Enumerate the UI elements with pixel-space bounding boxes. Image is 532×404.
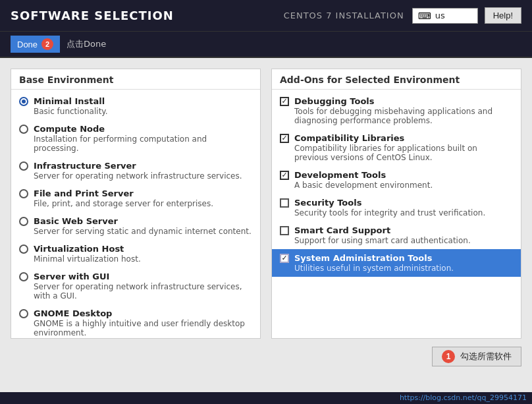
base-item[interactable]: Basic Web ServerServer for serving stati…: [11, 212, 260, 240]
base-item[interactable]: Server with GUIServer for operating netw…: [11, 268, 260, 304]
keyboard-icon: ⌨: [418, 11, 431, 21]
select-software-label: 勾选所需软件: [460, 351, 512, 362]
base-item-desc: Server for operating network infrastruct…: [34, 282, 252, 301]
base-item[interactable]: Virtualization HostMinimal virtualizatio…: [11, 240, 260, 268]
addon-item-name: System Administration Tools: [294, 253, 432, 263]
radio-button: [19, 97, 28, 106]
base-item[interactable]: Minimal InstallBasic functionality.: [11, 92, 260, 120]
keyboard-value: us: [435, 11, 445, 20]
addon-item-name: Security Tools: [294, 198, 361, 208]
base-item-desc: Server for operating network infrastruct…: [34, 171, 252, 181]
addon-item-name: Compatibility Libraries: [294, 133, 404, 143]
addon-item[interactable]: Development ToolsA basic development env…: [272, 166, 521, 194]
keyboard-input[interactable]: ⌨ us: [412, 8, 478, 24]
addon-item-desc: Compatibility libraries for applications…: [294, 144, 513, 162]
base-environment-panel: Base Environment Minimal InstallBasic fu…: [11, 69, 261, 339]
base-item-name: GNOME Desktop: [34, 308, 112, 318]
header-title: SOFTWARE SELECTION: [11, 9, 174, 22]
centos-label: CENTOS 7 INSTALLATION: [284, 11, 404, 20]
addon-item[interactable]: System Administration ToolsUtilities use…: [272, 249, 521, 277]
subheader: Done 2 点击Done: [0, 32, 532, 58]
base-item-name: Compute Node: [34, 124, 105, 134]
base-item-desc: GNOME is a highly intuitive and user fri…: [34, 319, 252, 337]
base-item-name: Basic Web Server: [34, 216, 118, 226]
base-item-name: Infrastructure Server: [34, 161, 136, 171]
addon-item[interactable]: Debugging ToolsTools for debugging misbe…: [272, 92, 521, 129]
addon-checkbox: [280, 171, 289, 180]
addons-list[interactable]: Debugging ToolsTools for debugging misbe…: [272, 90, 521, 338]
base-item-desc: Server for serving static and dynamic in…: [34, 227, 252, 236]
help-button[interactable]: Help!: [485, 7, 521, 24]
footer: https://blog.csdn.net/qq_29954171: [0, 392, 532, 404]
done-button[interactable]: Done 2: [11, 36, 60, 53]
base-item-name: Minimal Install: [34, 96, 105, 106]
addon-item-desc: Tools for debugging misbehaving applicat…: [294, 107, 513, 125]
addon-item-desc: Support for using smart card authenticat…: [294, 236, 513, 245]
radio-button: [19, 309, 28, 318]
base-item-name: Server with GUI: [34, 272, 109, 281]
base-environment-list[interactable]: Minimal InstallBasic functionality.Compu…: [11, 90, 260, 338]
addon-checkbox: [280, 254, 289, 263]
footer-watermark: https://blog.csdn.net/qq_29954171: [400, 393, 527, 402]
done-badge: 2: [41, 38, 53, 50]
addon-item-desc: Security tools for integrity and trust v…: [294, 208, 513, 217]
base-item-desc: Installation for performing computation …: [34, 134, 252, 153]
base-item-desc: Minimal virtualization host.: [34, 254, 252, 264]
addon-checkbox: [280, 97, 289, 106]
addon-item[interactable]: Compatibility LibrariesCompatibility lib…: [272, 129, 521, 166]
header-right: CENTOS 7 INSTALLATION ⌨ us Help!: [284, 7, 521, 24]
bottom-row: 1 勾选所需软件: [11, 339, 521, 366]
addons-title: Add-Ons for Selected Environment: [272, 69, 521, 90]
base-item-desc: Basic functionality.: [34, 107, 252, 116]
radio-button: [19, 189, 28, 198]
addon-item[interactable]: Smart Card SupportSupport for using smar…: [272, 221, 521, 249]
base-item[interactable]: GNOME DesktopGNOME is a highly intuitive…: [11, 304, 260, 338]
addon-checkbox: [280, 198, 289, 208]
addon-item-desc: Utilities useful in system administratio…: [294, 264, 513, 273]
base-environment-title: Base Environment: [11, 69, 260, 90]
addon-checkbox: [280, 226, 289, 235]
select-badge: 1: [442, 350, 455, 363]
addon-checkbox: [280, 134, 289, 143]
base-item-desc: File, print, and storage server for ente…: [34, 199, 252, 208]
base-item[interactable]: Compute NodeInstallation for performing …: [11, 120, 260, 157]
addon-item-name: Debugging Tools: [294, 96, 375, 106]
base-item[interactable]: File and Print ServerFile, print, and st…: [11, 185, 260, 212]
addon-item[interactable]: Security ToolsSecurity tools for integri…: [272, 194, 521, 221]
main-wrapper: Base Environment Minimal InstallBasic fu…: [0, 58, 532, 392]
radio-button: [19, 272, 28, 281]
base-item-name: File and Print Server: [34, 188, 134, 198]
addons-panel: Add-Ons for Selected Environment Debuggi…: [271, 69, 521, 339]
addon-item-name: Development Tools: [294, 170, 386, 180]
radio-button: [19, 161, 28, 171]
radio-button: [19, 245, 28, 254]
base-item[interactable]: Infrastructure ServerServer for operatin…: [11, 157, 260, 185]
addon-item-desc: A basic development environment.: [294, 181, 513, 190]
header-controls: ⌨ us Help!: [412, 7, 521, 24]
select-software-button[interactable]: 1 勾选所需软件: [432, 347, 521, 366]
header: SOFTWARE SELECTION CENTOS 7 INSTALLATION…: [0, 0, 532, 32]
click-done-label: 点击Done: [66, 38, 106, 50]
panels-row: Base Environment Minimal InstallBasic fu…: [11, 69, 521, 339]
base-item-name: Virtualization Host: [34, 244, 124, 254]
radio-button: [19, 217, 28, 226]
addon-item-name: Smart Card Support: [294, 225, 390, 235]
radio-button: [19, 125, 28, 134]
done-label: Done: [17, 40, 38, 49]
